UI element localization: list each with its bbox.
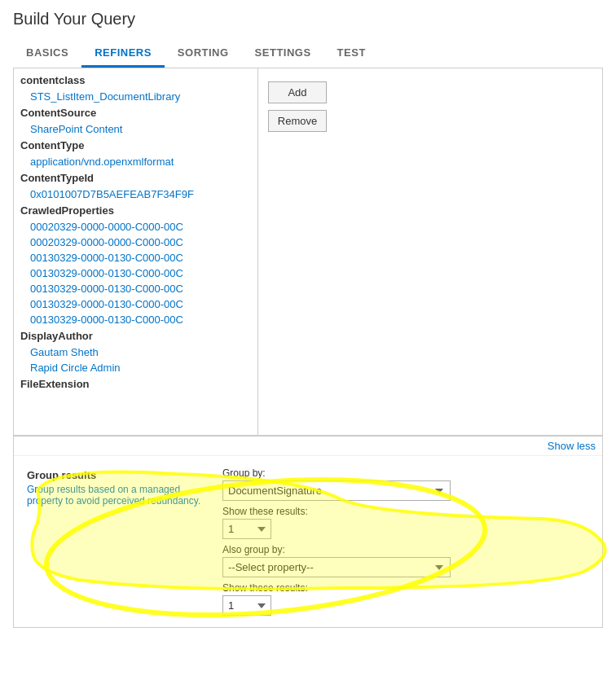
group-results-controls: Group by: DocumentSignature Show these r… <box>222 467 589 616</box>
lower-layout: Group results Group results based on a m… <box>27 467 589 616</box>
list-group-item[interactable]: contentclass <box>14 72 257 89</box>
list-group-item[interactable]: CrawledProperties <box>14 202 257 219</box>
list-group-item[interactable]: DisplayAuthor <box>14 327 257 344</box>
also-show-results-section: Show these results: 1 2 3 4 5 <box>222 582 589 616</box>
list-child-item[interactable]: 00130329-0000-0130-C000-00C <box>14 296 257 312</box>
tab-test[interactable]: TEST <box>324 40 379 68</box>
list-child-item[interactable]: 0x0101007D7B5AEFEAB7F34F9F <box>14 186 257 202</box>
right-list[interactable] <box>337 68 602 435</box>
tab-basics[interactable]: BASICS <box>13 40 81 68</box>
show-these-results-section: Show these results: 1 2 3 4 5 <box>222 506 589 539</box>
list-child-item[interactable]: 00130329-0000-0130-C000-00C <box>14 312 257 327</box>
show-results-label: Show these results: <box>222 506 589 517</box>
lower-section: Group results Group results based on a m… <box>14 456 602 627</box>
list-child-item[interactable]: SharePoint Content <box>14 121 257 137</box>
also-show-results-select[interactable]: 1 2 3 4 5 <box>222 595 271 616</box>
page-title: Build Your Query <box>13 10 603 29</box>
tab-refiners[interactable]: REFINERS <box>81 40 165 68</box>
group-by-section: Group by: DocumentSignature <box>222 467 589 501</box>
group-by-select[interactable]: DocumentSignature <box>222 480 451 501</box>
group-by-label: Group by: <box>222 467 589 479</box>
also-group-by-label: Also group by: <box>222 544 589 555</box>
list-child-item[interactable]: STS_ListItem_DocumentLibrary <box>14 89 257 104</box>
tab-bar: BASICS REFINERS SORTING SETTINGS TEST <box>13 40 603 68</box>
also-group-by-section: Also group by: --Select property-- <box>222 544 589 577</box>
list-group-item[interactable]: FileExtension <box>14 375 257 393</box>
list-child-item[interactable]: application/vnd.openxmlformat <box>14 154 257 169</box>
list-group-item[interactable]: ContentTypeId <box>14 169 257 186</box>
main-content: contentclassSTS_ListItem_DocumentLibrary… <box>13 68 603 628</box>
group-results-title: Group results <box>27 469 206 481</box>
remove-button[interactable]: Remove <box>268 110 327 132</box>
show-results-select[interactable]: 1 2 3 4 5 <box>222 519 271 539</box>
add-button[interactable]: Add <box>268 81 327 103</box>
list-child-item[interactable]: 00020329-0000-0000-C000-00C <box>14 235 257 250</box>
group-results-desc: Group results based on a managed propert… <box>27 484 206 507</box>
also-group-by-select[interactable]: --Select property-- <box>222 557 451 577</box>
tab-sorting[interactable]: SORTING <box>165 40 242 68</box>
list-child-item[interactable]: 00130329-0000-0130-C000-00C <box>14 250 257 265</box>
refiners-panel: contentclassSTS_ListItem_DocumentLibrary… <box>14 68 602 436</box>
show-less-link[interactable]: Show less <box>548 440 596 452</box>
list-group-item[interactable]: ContentSource <box>14 104 257 121</box>
left-list[interactable]: contentclassSTS_ListItem_DocumentLibrary… <box>14 68 258 435</box>
list-group-item[interactable]: ContentType <box>14 137 257 154</box>
show-less-row: Show less <box>14 436 602 456</box>
list-child-item[interactable]: Rapid Circle Admin <box>14 360 257 375</box>
also-show-results-label: Show these results: <box>222 582 589 594</box>
tab-settings[interactable]: SETTINGS <box>242 40 324 68</box>
list-child-item[interactable]: 00020329-0000-0000-C000-00C <box>14 219 257 235</box>
group-results-description: Group results Group results based on a m… <box>27 467 206 616</box>
list-child-item[interactable]: 00130329-0000-0130-C000-00C <box>14 281 257 296</box>
list-child-item[interactable]: Gautam Sheth <box>14 344 257 360</box>
middle-buttons-panel: Add Remove <box>258 68 337 435</box>
list-child-item[interactable]: 00130329-0000-0130-C000-00C <box>14 265 257 281</box>
